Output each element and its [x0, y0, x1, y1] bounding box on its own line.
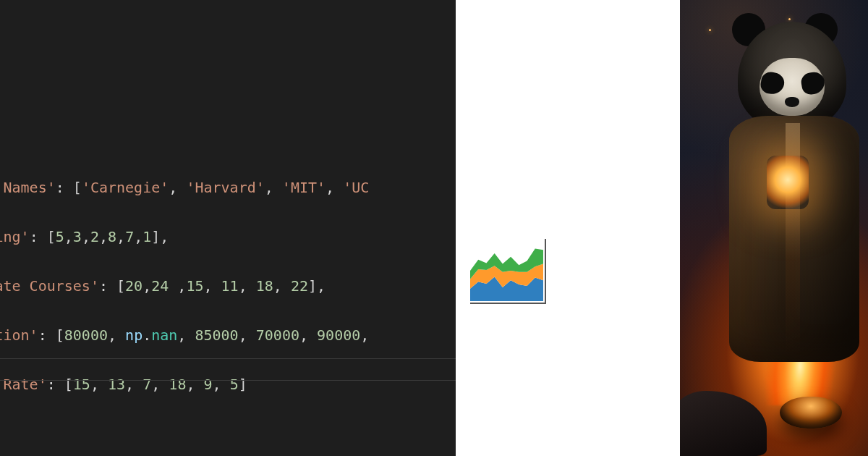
brazier-icon [780, 397, 842, 428]
rank-2: 2 [90, 228, 99, 245]
rate-1: 13 [108, 376, 125, 393]
tuition-3: 70000 [256, 326, 299, 344]
course-4: 18 [256, 277, 273, 295]
key-tuition: 'Average Tution' [0, 326, 38, 344]
editor-separator [0, 380, 456, 381]
rank-3: 8 [108, 228, 116, 245]
rate-2: 7 [142, 376, 151, 393]
rate-3: 18 [169, 376, 186, 393]
rank-1: 3 [73, 228, 82, 245]
lantern-icon [767, 156, 809, 209]
names-2: 'MIT' [282, 179, 326, 196]
key-ranking: 'World Ranking' [0, 228, 30, 245]
rate-5: 5 [230, 376, 239, 393]
names-3: 'UC [343, 179, 369, 196]
tuition-4: 90000 [317, 326, 360, 344]
rank-0: 5 [56, 228, 64, 245]
ember-icon [709, 29, 711, 31]
tuition-2: 85000 [195, 326, 238, 344]
np-ident: np [125, 326, 142, 344]
code-block: me 'University Names': ['Carnegie', 'Har… [0, 101, 378, 456]
foreground-rock [680, 391, 767, 456]
middle-white-pane [456, 0, 680, 456]
panda-snout-icon [785, 97, 799, 107]
panda-figure [716, 7, 861, 384]
composite-banner: me 'University Names': ['Carnegie', 'Har… [0, 0, 868, 456]
rate-0: 15 [73, 376, 90, 393]
course-3: 11 [221, 277, 239, 295]
area-chart-icon [470, 239, 543, 301]
rank-5: 1 [142, 228, 151, 245]
names-0: 'Carnegie' [82, 179, 169, 196]
course-1: 24 [151, 277, 177, 295]
editor-separator [0, 358, 456, 359]
key-names: 'University Names' [0, 179, 56, 196]
np-nan: nan [151, 326, 177, 344]
key-courses: 'Undergraduate Courses' [0, 277, 99, 295]
code-editor-pane: me 'University Names': ['Carnegie', 'Har… [0, 0, 456, 456]
names-1: 'Harvard' [186, 179, 264, 196]
course-2: 15 [186, 277, 203, 295]
rank-4: 7 [125, 228, 134, 245]
course-0: 20 [125, 277, 142, 295]
course-5: 22 [291, 277, 308, 295]
rate-4: 9 [204, 376, 213, 393]
illustration-pane [680, 0, 868, 456]
colon-open-1: : [ [56, 179, 82, 196]
key-rate: 'Acceptance Rate' [0, 376, 47, 393]
tuition-0: 80000 [64, 326, 108, 344]
mini-area-chart [470, 239, 546, 304]
robe-icon [729, 116, 859, 362]
